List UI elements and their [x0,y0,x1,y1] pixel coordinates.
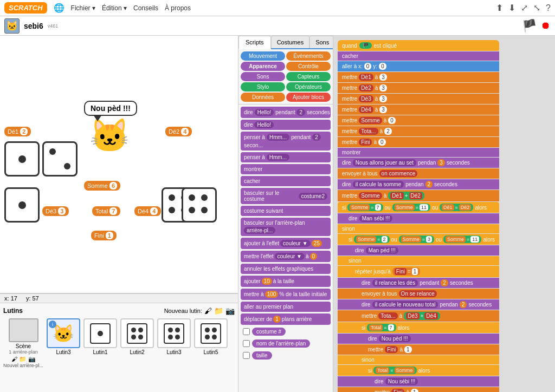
globe-icon[interactable]: 🌐 [54,3,64,13]
var-de1: Dé1 2 [4,127,31,136]
block-premier-plan[interactable]: aller au premier plan [241,302,331,312]
upload-icon[interactable]: ⬆ [496,3,503,13]
block-aller-xy[interactable]: aller à x: 0 y: 0 [338,61,499,71]
block-penser[interactable]: penser à Hmm... [241,152,331,162]
block-mettre-de4[interactable]: mettre Dé4 à 3 [338,104,499,115]
block-check-arriere[interactable]: nom de l'arrière-plan [241,338,331,349]
block-ajouter-effet[interactable]: ajouter à l'effet couleur ▼ 25 [241,238,331,249]
cat-donnees[interactable]: Données [241,93,285,102]
sprite-lutin1[interactable]: Lutin1 [83,318,117,355]
sprite-lutin5[interactable]: Lutin5 [194,318,228,355]
block-mettre-fini1[interactable]: mettre Fini à 1 [338,344,499,355]
menu-conseils[interactable]: Conseils [133,4,158,12]
main-script: quand 🏴 est cliqué cacher aller à x: 0 y… [338,40,499,392]
sprite-lutin2[interactable]: Lutin2 [120,318,154,355]
block-deplacer-plans[interactable]: déplacer de 1 plans arrière [241,313,331,325]
block-dire-nouveau-total[interactable]: dire il calcule le nouveau total pendan … [338,299,499,310]
scene-paint-icon[interactable]: 🖌 [11,356,17,363]
block-mettre-de2[interactable]: mettre Dé2 à 3 [338,83,499,93]
block-basculer-costume[interactable]: basculer sur le costume costume2 [241,188,331,204]
block-envoyer-commence[interactable]: envoyer à tous on commence [338,168,499,179]
block-basculer-arriere[interactable]: basculer sur l'arrière-plan arrière-pl..… [241,218,331,236]
tab-scripts[interactable]: Scripts [238,36,271,49]
block-relance-des[interactable]: dire il relance les dés pendant 2 second… [338,278,499,288]
cat-stylo[interactable]: Stylo [241,82,285,92]
block-montrer2[interactable]: montrer [338,148,499,157]
block-cacher[interactable]: cacher [241,176,331,186]
block-mettre-de3[interactable]: mettre Dé3 à 3 [338,94,499,104]
block-si-total7[interactable]: si Total=7 alors [338,322,499,333]
block-mettre-total[interactable]: mettre Tota... à 2 [338,126,499,136]
block-mettre-somme[interactable]: mettre Somme à 0 [338,115,499,126]
block-mettre-fini2[interactable]: mettre Fini à 1 [338,387,499,392]
block-annuler-effets[interactable]: annuler les effets graphiques [241,264,331,274]
stage[interactable]: Nou pèd !!! 🐱 Dé1 2 Dé2 4 [0,36,238,293]
block-dire-sebi2[interactable]: dire Man péd !!! [338,245,499,256]
block-penser-secondes[interactable]: penser à Hmm... pendant 2 secon... [241,132,331,151]
camera-icon[interactable]: 📷 [225,306,235,315]
block-dire-allons[interactable]: dire Nous allons jouer au set pendan 3 s… [338,158,499,168]
sprite-lutin3[interactable]: i 🐱 Lutin3 [47,318,80,355]
project-name[interactable]: sebi6 [24,22,43,30]
block-sinon2[interactable]: sinon [338,256,499,265]
cat-evenements[interactable]: Événements [286,51,331,61]
sprite-lutin3b[interactable]: Lutin3 [157,318,191,355]
var-fini: Fini 1 [91,231,117,240]
block-sinon3[interactable]: sinon [338,355,499,364]
menu-edition[interactable]: Édition ▾ [102,4,127,12]
sprite-name: Lutin3 [56,349,70,355]
block-dire-nou-ped[interactable]: dire Nou pèd !!! [338,334,499,344]
block-costume-suivant[interactable]: costume suivant [241,206,331,216]
global-tools: ⬆ ⬇ ⤢ ⤡ ? [496,3,551,13]
scripts-area[interactable]: quand 🏴 est cliqué cacher aller à x: 0 y… [333,36,555,392]
categories-grid: Mouvement Événements Apparence Contrôle … [238,49,333,104]
block-si-total-somme[interactable]: si Total = Somme alors [338,365,499,376]
cat-ajouter[interactable]: Ajouter blocs [286,93,331,102]
tab-costumes[interactable]: Costumes [271,36,310,48]
cat-operateurs[interactable]: Opérateurs [286,82,331,92]
download-icon[interactable]: ⬇ [508,3,515,13]
block-check-costume[interactable]: costume # [241,326,331,337]
var-somme: Somme 6 [84,181,120,191]
block-mettre-somme2[interactable]: mettre Somme à Dé1 + Dé2 [338,190,499,201]
scene-box[interactable]: Scène 1 arrière-plan 🖌 📁 📷 Nouvel arrièr… [3,318,43,368]
stop-btn[interactable]: ⏺ [541,20,551,31]
scene-camera-icon[interactable]: 📷 [28,356,36,363]
block-dire-nou-sebi[interactable]: dire Nou sébi !!! [338,376,499,387]
menu-apropos[interactable]: À propos [165,4,191,12]
block-mettre-effet[interactable]: mettre l'effet couleur ▼ à 0 [241,251,331,262]
green-flag-btn[interactable]: 🏴 [522,19,537,33]
help-icon[interactable]: ? [546,3,551,13]
block-sinon1[interactable]: sinon [338,224,499,233]
block-dire-secondes[interactable]: dire Hello! pendant 2 secondes [241,107,331,118]
block-check-taille[interactable]: taille [241,350,331,361]
cat-mouvement[interactable]: Mouvement [241,51,285,61]
paint-icon[interactable]: 🖌 [204,306,212,315]
tab-sons[interactable]: Sons [309,36,333,48]
block-dire[interactable]: dire Hello! [241,120,331,130]
shrink-icon[interactable]: ⤡ [533,3,540,13]
block-si2[interactable]: si Somme=2 ou Somme=3 ou Somme=11 alors [338,234,499,245]
block-si1[interactable]: si Somme=7 ou Somme=11 ou Dé1=Dé2 alors [338,202,499,213]
cat-controle[interactable]: Contrôle [286,62,331,71]
block-cacher2[interactable]: cacher [338,51,499,61]
block-repeter[interactable]: répéter jusqu'à Fini = 1 [338,266,499,277]
block-when-flag[interactable]: quand 🏴 est cliqué [338,40,499,51]
block-mettre-tota[interactable]: mettre Tota... à Dé3 + Dé4 [338,310,499,322]
cat-sons[interactable]: Sons [241,72,285,81]
block-dire-calcule[interactable]: dire il calcule la somme pendan 2 second… [338,179,499,190]
cat-apparence[interactable]: Apparence [241,62,285,71]
block-mettre-de1[interactable]: mettre Dé1 à 3 [338,72,499,82]
block-montrer[interactable]: montrer [241,164,331,174]
file-icon[interactable]: 📁 [214,306,223,315]
cat-capteurs[interactable]: Capteurs [286,72,331,81]
block-envoyer-relance[interactable]: envoyer à tous On se relance [338,289,499,299]
block-dire-sebi[interactable]: dire Man sébi !!! [338,213,499,224]
die4 [182,187,217,223]
block-ajouter-taille[interactable]: ajouter 10 à la taille [241,276,331,287]
scene-file-icon[interactable]: 📁 [19,356,27,363]
block-mettre-fini[interactable]: mettre Fini à 0 [338,137,499,147]
fullscreen-icon[interactable]: ⤢ [521,3,528,13]
block-mettre-taille[interactable]: mettre à 100 % de la taille initiale [241,289,331,300]
menu-fichier[interactable]: Fichier ▾ [71,4,95,12]
